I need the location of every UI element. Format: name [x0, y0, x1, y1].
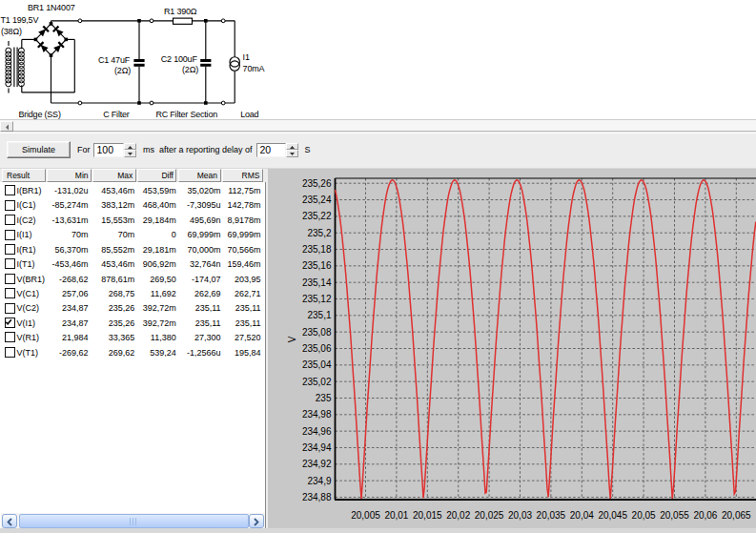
svg-text:20,045: 20,045 [598, 510, 627, 521]
svg-text:234,9: 234,9 [307, 476, 331, 486]
svg-text:20,06: 20,06 [693, 510, 717, 521]
svg-text:Load: Load [240, 110, 258, 119]
svg-text:235,06: 235,06 [302, 343, 332, 354]
svg-text:235,12: 235,12 [302, 294, 332, 304]
svg-text:234,96: 234,96 [302, 426, 332, 437]
svg-text:C Filter: C Filter [103, 110, 130, 119]
svg-text:235,26: 235,26 [302, 178, 332, 189]
svg-text:(38Ω): (38Ω) [1, 27, 22, 36]
svg-text:234,92: 234,92 [302, 459, 332, 469]
svg-text:20,065: 20,065 [722, 510, 751, 521]
svg-text:235,18: 235,18 [302, 244, 332, 255]
svg-text:20,03: 20,03 [508, 510, 532, 521]
svg-text:RC Filter Section: RC Filter Section [155, 110, 217, 119]
svg-text:234,88: 234,88 [302, 492, 332, 502]
svg-text:234,98: 234,98 [302, 409, 332, 420]
svg-text:235,14: 235,14 [302, 277, 332, 288]
svg-text:R1 390Ω: R1 390Ω [164, 7, 197, 16]
svg-text:235: 235 [316, 393, 332, 403]
svg-text:235,2: 235,2 [307, 228, 331, 238]
svg-text:20,035: 20,035 [537, 510, 566, 521]
svg-text:235,22: 235,22 [302, 211, 332, 221]
svg-text:235,1: 235,1 [307, 310, 331, 320]
svg-text:234,94: 234,94 [302, 442, 332, 453]
svg-text:235,04: 235,04 [302, 359, 332, 370]
svg-text:I1: I1 [243, 52, 250, 62]
svg-text:V: V [287, 336, 297, 342]
svg-text:20,02: 20,02 [446, 510, 470, 521]
svg-text:20,005: 20,005 [351, 510, 380, 521]
svg-text:(2Ω): (2Ω) [114, 66, 131, 75]
svg-text:20,04: 20,04 [570, 510, 594, 521]
svg-text:C2 100uF: C2 100uF [161, 54, 198, 64]
svg-text:T1 199,5V: T1 199,5V [1, 15, 39, 25]
svg-text:20,025: 20,025 [475, 510, 504, 521]
svg-text:BR1 1N4007: BR1 1N4007 [28, 3, 75, 12]
svg-text:C1 47uF: C1 47uF [98, 55, 131, 65]
svg-text:235,16: 235,16 [302, 260, 332, 271]
svg-text:70mA: 70mA [243, 64, 265, 73]
svg-text:235,02: 235,02 [302, 377, 332, 387]
svg-text:20,015: 20,015 [413, 510, 442, 521]
svg-text:20,05: 20,05 [632, 510, 656, 521]
svg-text:235,24: 235,24 [302, 195, 332, 205]
svg-text:(2Ω): (2Ω) [182, 65, 198, 74]
svg-text:235,08: 235,08 [302, 327, 332, 338]
svg-text:20,01: 20,01 [384, 510, 408, 521]
svg-text:Bridge (SS): Bridge (SS) [18, 110, 61, 119]
svg-text:20,055: 20,055 [660, 510, 689, 521]
